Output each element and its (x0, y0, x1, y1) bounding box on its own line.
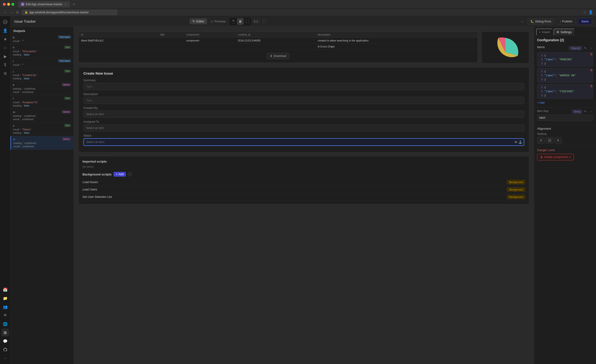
add-item-button[interactable]: + Add (537, 100, 544, 105)
sidebar-icon-play[interactable]: ▶ (1, 52, 9, 60)
scripts-info-icon[interactable]: i (128, 172, 132, 176)
sidebar-icon-eye[interactable]: 👁 (1, 312, 9, 319)
fullscreen-traffic-light[interactable] (11, 3, 14, 6)
new-tab-button[interactable]: + (72, 2, 76, 7)
assigned-to-field: Assigned To (83, 120, 524, 132)
url-input[interactable]: 🔒 app.windmill.dev/apps/edit/u/user/issu… (22, 10, 117, 15)
delete-finished-button[interactable]: 🗑 (590, 84, 593, 88)
assigned-to-select[interactable] (83, 124, 524, 132)
sidebar-icon-github[interactable] (1, 346, 9, 354)
pie-chart (489, 36, 522, 59)
create-issue-form: Create New Issue Summary Description Cre… (78, 67, 529, 152)
settings-icon: ⚙ (556, 30, 559, 34)
created-by-select[interactable] (83, 111, 524, 118)
sidebar-icon-calendar[interactable]: 📅 (1, 286, 9, 293)
close-traffic-light[interactable] (3, 3, 6, 6)
script-row-get-user-selection: Get User Selection List Background (82, 193, 525, 201)
finished-line-2: 2 "label": "FINISHED" (539, 89, 588, 93)
edit-icon: ✎ (192, 20, 195, 23)
device-button-group: 📱 🖥 ⛶ (229, 18, 251, 25)
save-button[interactable]: Save (578, 18, 592, 25)
col-component: component (184, 32, 236, 38)
output-item-n: n Text result : "Status" loading : false (10, 123, 74, 136)
items-config-header: Items Object[] ✎ → (537, 45, 593, 51)
reload-button[interactable]: ↻ (15, 9, 20, 15)
header-center-tabs: ✎ Editor ▷ Preview 📱 🖥 ⛶ ℹ 1 ⛶ (190, 18, 268, 25)
settings-tab-button[interactable]: ⚙ Settings (554, 29, 574, 36)
expand-items-button[interactable]: → (588, 46, 593, 50)
download-label: Download (273, 54, 286, 58)
sidebar-icon-apps[interactable]: ⊞ (1, 329, 9, 336)
edit-items-button[interactable]: ✎ (583, 46, 588, 50)
col-description: description (315, 32, 477, 38)
trash-icon: 🗑 (540, 156, 543, 159)
pending-line-2: 2 "label": "PENDING" (539, 58, 588, 61)
delete-worked-on-button[interactable]: 🗑 (590, 68, 593, 72)
sidebar-icon-globe[interactable]: 🌐 (1, 320, 9, 328)
sidebar-icon-folder[interactable]: 📁 (1, 294, 9, 302)
sidebar-icon-users[interactable]: 👥 (1, 303, 9, 311)
form-title: Create New Issue (83, 71, 524, 75)
download-button[interactable]: ⬇ Download (267, 53, 289, 59)
fullscreen-button[interactable]: ⛶ (261, 18, 268, 25)
app-title-input[interactable] (14, 19, 62, 23)
right-panel-tabs: + Insert ⚙ Settings (534, 27, 596, 36)
sidebar-icon-user[interactable]: 👤 (1, 27, 9, 34)
align-top-button[interactable]: ⬆ (537, 137, 545, 144)
sidebar-icon-home[interactable]: ⌂ (1, 44, 9, 52)
status-select[interactable] (83, 138, 524, 146)
debug-runs-button[interactable]: 🐛 Debug Runs (527, 18, 554, 25)
close-tab-button[interactable]: × (64, 3, 67, 6)
forward-button[interactable]: → (9, 9, 14, 15)
align-bottom-button[interactable]: ⬇ (554, 137, 562, 144)
danger-zone-section: Danger zone 🗑 Delete component: o (534, 146, 596, 163)
profile-button[interactable]: 👤 (588, 10, 593, 15)
minimize-traffic-light[interactable] (7, 3, 10, 6)
anchor-icon[interactable]: ⚓ (518, 140, 522, 144)
table-row: A Cross Origin (79, 44, 477, 50)
created-by-select-wrapper (83, 111, 524, 118)
output-item-o[interactable]: o Select loading : undefined result : un… (10, 136, 74, 150)
expand-item-key-button[interactable]: → (588, 109, 593, 114)
bookmark-button[interactable]: ☆ (583, 10, 587, 15)
danger-zone-title: Danger zone (537, 148, 593, 152)
summary-input[interactable] (83, 83, 524, 90)
move-icon[interactable]: ✥ (514, 140, 517, 144)
delete-pending-button[interactable]: 🗑 (590, 52, 593, 56)
item-key-input[interactable] (537, 115, 593, 121)
url-text: app.windmill.dev/apps/edit/u/user/issue-… (29, 11, 89, 14)
editor-tab-button[interactable]: ✎ Editor (190, 18, 207, 24)
preview-tab-button[interactable]: ▷ Preview (208, 18, 228, 24)
script-name-load-users: Load Users (82, 188, 97, 191)
debug-runs-label: Debug Runs (535, 20, 551, 23)
description-input[interactable] (83, 97, 524, 104)
align-middle-button[interactable]: ⬛ (546, 137, 553, 144)
sidebar-icon-dollar[interactable]: $ (1, 61, 9, 69)
svg-point-0 (3, 20, 7, 24)
output-item-k: k Select loading : undefined result : un… (10, 82, 74, 95)
delete-component-button[interactable]: 🗑 Delete component: o (537, 154, 574, 160)
sidebar-icon-discord[interactable]: 💬 (1, 337, 9, 345)
browser-tab[interactable]: W Edit App u/user/issue-tracker × (18, 1, 70, 7)
settings-tab-label: Settings (560, 30, 572, 34)
desktop-device-button[interactable]: 🖥 (237, 18, 244, 25)
edit-item-key-button[interactable]: ✎ (583, 109, 588, 114)
object-badge: Object[] (569, 46, 582, 50)
more-options-button[interactable]: ⋯ (520, 18, 525, 25)
sidebar-icon-arrow[interactable]: → (1, 355, 9, 362)
expand-device-button[interactable]: ⛶ (244, 18, 251, 25)
add-script-button[interactable]: + Add (113, 172, 126, 177)
script-row-load-users: Load Users Background (82, 186, 525, 193)
created-by-field: Created By (83, 106, 524, 118)
app-header: ✎ Editor ▷ Preview 📱 🖥 ⛶ ℹ 1 ⛶ (10, 16, 596, 27)
publish-button[interactable]: ↑ Publish (556, 18, 576, 25)
sidebar-icon-star[interactable]: ★ (1, 35, 9, 43)
back-button[interactable]: ← (3, 9, 8, 15)
config-item-pending: 1 { 2 "label": "PENDING" 3 } 🗑 (537, 52, 593, 67)
mobile-device-button[interactable]: 📱 (230, 18, 237, 25)
sidebar-icon-cog[interactable]: ⚙ (1, 70, 9, 77)
worked-on-line-2: 2 "label": "WORKED ON" (539, 74, 588, 77)
insert-tab-button[interactable]: + Insert (536, 29, 553, 36)
sidebar-icon-logo[interactable] (1, 18, 9, 26)
table-card: id title component created_at descriptio… (78, 31, 478, 63)
